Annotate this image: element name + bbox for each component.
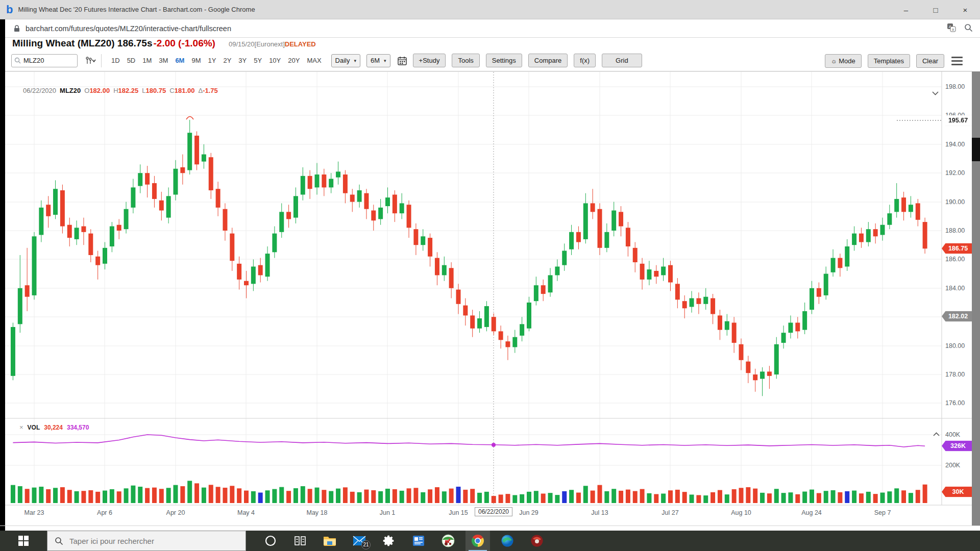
settings-gear-icon[interactable] [377, 531, 401, 551]
file-explorer-icon[interactable] [317, 531, 342, 551]
x-axis-label: Jun 15 [449, 509, 468, 516]
price-tick-label: 180.00 [945, 342, 965, 349]
volume-tick-label: 400K [945, 431, 960, 438]
price-tick-label: 188.00 [945, 227, 965, 234]
x-axis-label: Aug 10 [731, 509, 751, 516]
axis-price-badge: 186.75 [942, 243, 972, 254]
taskbar: 21 FRA 20:37 15/09/2020 9 [0, 531, 980, 551]
x-axis-label: Apr 6 [97, 509, 112, 516]
price-tick-label: 186.00 [945, 256, 965, 263]
crosshair-dot [492, 443, 496, 447]
axis-price-badge: 182.02 [942, 311, 972, 322]
volume-tick-label: 200K [945, 462, 960, 469]
x-axis-label: Jul 13 [591, 509, 608, 516]
volume-bars-layer [11, 481, 927, 503]
crosshair-date-tooltip: 06/22/2020 [475, 507, 512, 516]
x-axis-label: Apr 20 [166, 509, 185, 516]
close-indicator-icon[interactable]: × [19, 423, 23, 431]
scrollbar-thumb[interactable] [972, 138, 980, 161]
x-axis-label: Sep 7 [874, 509, 891, 516]
axis-price-badge: 30K [942, 487, 972, 497]
x-axis-label: May 4 [237, 509, 255, 516]
price-tick-label: 178.00 [945, 371, 965, 378]
x-axis-label: May 18 [307, 509, 328, 516]
x-axis-label: Mar 23 [24, 509, 44, 516]
task-view-icon[interactable] [288, 531, 312, 551]
legend-symbol: MLZ20 [60, 87, 81, 94]
price-tick-label: 190.00 [945, 198, 965, 206]
x-axis-label: Aug 24 [801, 509, 822, 516]
ohlc-legend: 06/22/2020 MLZ20 O182.00 H182.25 L180.75… [23, 87, 218, 94]
axis-price-badge: 326K [942, 441, 972, 452]
volume-legend: × VOL 30,224 334,570 [19, 423, 89, 431]
price-tick-label: 176.00 [945, 399, 965, 407]
search-icon [55, 537, 63, 545]
scrollbar[interactable] [972, 71, 980, 525]
taskbar-search-input[interactable] [68, 536, 224, 546]
chrome-icon[interactable] [465, 531, 490, 551]
open-interest-value: 334,570 [67, 424, 89, 431]
candles-layer [11, 120, 927, 396]
mail-icon[interactable]: 21 [347, 531, 372, 551]
annotation-arc [186, 117, 193, 120]
open-interest-line [13, 435, 925, 447]
start-button[interactable] [0, 531, 47, 551]
x-axis-label: Jun 29 [519, 509, 538, 516]
farm-app-icon[interactable] [436, 531, 460, 551]
volume-label: VOL [28, 424, 40, 431]
collapse-price-pane-icon[interactable] [932, 88, 939, 97]
notes-app-icon[interactable] [406, 531, 431, 551]
cortana-icon[interactable] [258, 531, 283, 551]
red-app-icon[interactable] [525, 531, 549, 551]
legend-date: 06/22/2020 [23, 87, 56, 94]
collapse-volume-pane-icon[interactable] [933, 429, 940, 438]
price-tick-label: 198.00 [945, 83, 965, 90]
price-tick-label: 192.00 [945, 169, 965, 177]
axis-price-badge: 195.67 [942, 115, 972, 126]
chart-canvas[interactable] [0, 0, 980, 551]
x-axis-label: Jun 1 [380, 509, 396, 516]
x-axis-label: Jul 27 [662, 509, 678, 516]
mail-badge: 21 [361, 540, 371, 549]
volume-value: 30,224 [44, 424, 63, 431]
window-bottom-edge [0, 525, 980, 526]
price-tick-label: 184.00 [945, 285, 965, 292]
taskbar-search-box[interactable] [47, 531, 246, 551]
price-tick-label: 194.00 [945, 141, 965, 148]
edge-icon[interactable] [495, 531, 520, 551]
gridlines [5, 72, 942, 505]
